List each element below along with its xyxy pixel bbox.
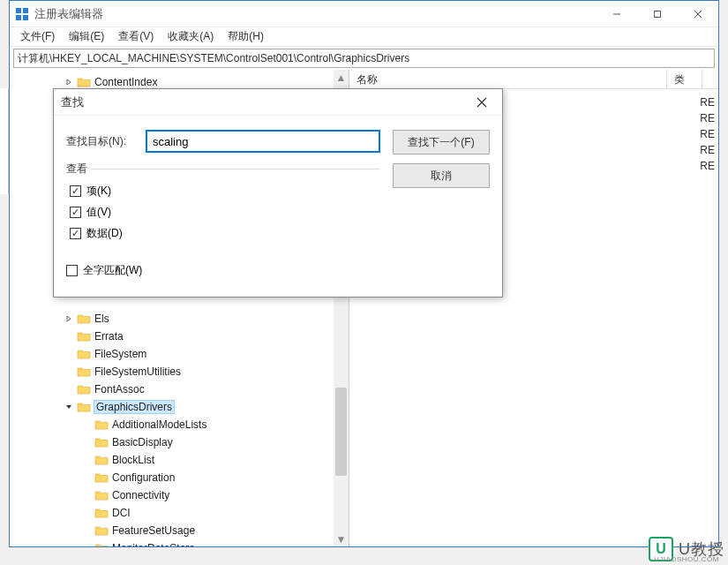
look-at-group: 项(K) 值(V) 数据(D) [66, 169, 380, 249]
tree-item[interactable]: BasicDisplay [10, 433, 349, 451]
checkbox-wholeword[interactable] [66, 265, 78, 276]
chevron-right-icon[interactable] [63, 313, 75, 325]
tree-spacer [80, 418, 93, 431]
col-type[interactable]: 类 [667, 70, 702, 88]
svg-rect-3 [23, 15, 28, 20]
tree-item[interactable]: Connectivity [10, 486, 349, 504]
watermark-sub: UJIAOSHOU.COM [654, 555, 719, 563]
checkbox-data-row[interactable]: 数据(D) [70, 222, 377, 244]
type-cell-partial: RE [700, 96, 715, 112]
tree-label: AdditionalModeLists [112, 418, 206, 431]
find-next-button[interactable]: 查找下一个(F) [393, 130, 490, 154]
column-header: 名称 类 [349, 70, 718, 89]
checkbox-keys-row[interactable]: 项(K) [70, 180, 377, 201]
checkbox-keys[interactable] [70, 185, 81, 197]
tree-spacer [63, 330, 75, 343]
tree-item[interactable]: AdditionalModeLists [10, 416, 349, 433]
svg-rect-2 [16, 15, 21, 20]
tree-label: MonitorDataStore [112, 542, 195, 546]
menu-help[interactable]: 帮助(H) [222, 27, 269, 46]
tree-spacer [80, 542, 93, 546]
type-cell-partial: RE [700, 144, 715, 160]
menu-view[interactable]: 查看(V) [113, 27, 159, 46]
type-cell-partial: RE [700, 160, 715, 176]
folder-icon [94, 524, 109, 537]
find-target-input[interactable] [146, 130, 380, 153]
menubar: 文件(F) 编辑(E) 查看(V) 收藏夹(A) 帮助(H) [10, 27, 718, 47]
address-bar[interactable]: 计算机\HKEY_LOCAL_MACHINE\SYSTEM\ControlSet… [13, 49, 715, 68]
tree-label: FeatureSetUsage [112, 524, 195, 537]
folder-icon [94, 418, 109, 431]
scroll-thumb[interactable] [335, 388, 347, 476]
tree-spacer [80, 471, 93, 484]
folder-icon [94, 542, 109, 546]
folder-icon [77, 76, 91, 88]
folder-icon [77, 348, 91, 360]
dialog-close-button[interactable] [469, 89, 495, 116]
app-icon [15, 7, 29, 21]
menu-edit[interactable]: 编辑(E) [64, 27, 109, 46]
minimize-button[interactable] [597, 1, 637, 27]
tree-spacer [80, 436, 93, 448]
svg-rect-0 [16, 8, 21, 13]
col-name[interactable]: 名称 [349, 70, 667, 88]
close-button[interactable] [678, 1, 718, 27]
tree-spacer [80, 507, 93, 519]
dialog-titlebar[interactable]: 查找 [54, 89, 502, 116]
find-target-label: 查找目标(N): [66, 134, 137, 149]
chevron-right-icon[interactable] [63, 76, 75, 88]
tree-item[interactable]: FontAssoc [10, 380, 349, 398]
checkbox-wholeword-row[interactable]: 全字匹配(W) [66, 260, 380, 281]
folder-icon [94, 489, 109, 501]
tree-label: BasicDisplay [112, 436, 173, 448]
tree-label: ContentIndex [94, 76, 157, 88]
checkbox-values-label: 值(V) [86, 205, 111, 220]
chevron-down-icon[interactable] [63, 401, 75, 413]
cancel-button[interactable]: 取消 [393, 163, 490, 188]
tree-item[interactable]: FileSystem [10, 345, 349, 363]
checkbox-values[interactable] [70, 207, 81, 218]
tree-item[interactable]: DCI [10, 504, 349, 522]
tree-label: BlockList [112, 454, 154, 466]
folder-icon [94, 507, 109, 519]
tree-spacer [80, 489, 93, 501]
checkbox-data-label: 数据(D) [86, 226, 123, 241]
type-column-partial: RERERERERE [700, 96, 715, 176]
tree-item[interactable]: FileSystemUtilities [10, 363, 349, 380]
type-cell-partial: RE [700, 128, 715, 144]
scroll-down-arrow[interactable]: ▼ [334, 531, 349, 546]
tree-item[interactable]: FeatureSetUsage [10, 522, 349, 539]
tree-label: Connectivity [112, 489, 169, 501]
tree-label: DCI [112, 507, 131, 519]
window-title: 注册表编辑器 [34, 6, 103, 22]
folder-icon [94, 436, 109, 448]
checkbox-values-row[interactable]: 值(V) [70, 201, 377, 222]
checkbox-wholeword-label: 全字匹配(W) [83, 263, 142, 278]
tree-item[interactable]: Errata [10, 328, 349, 345]
find-dialog: 查找 查找目标(N): 项(K) 值(V) 数据(D [53, 88, 503, 298]
checkbox-data[interactable] [70, 228, 81, 239]
tree-item[interactable]: BlockList [10, 451, 349, 469]
folder-icon [77, 313, 91, 325]
tree-label: Els [94, 313, 109, 325]
tree-spacer [63, 383, 75, 396]
menu-file[interactable]: 文件(F) [15, 27, 60, 46]
folder-icon [77, 365, 91, 378]
tree-spacer [80, 454, 93, 466]
tree-item[interactable]: GraphicsDrivers [10, 398, 349, 416]
checkbox-keys-label: 项(K) [86, 184, 111, 199]
folder-icon [77, 383, 91, 396]
tree-label: GraphicsDrivers [94, 401, 174, 413]
tree-item[interactable]: MonitorDataStore [10, 539, 349, 546]
maximize-button[interactable] [637, 1, 678, 27]
scroll-up-arrow[interactable]: ▲ [334, 70, 349, 85]
address-text: 计算机\HKEY_LOCAL_MACHINE\SYSTEM\ControlSet… [18, 51, 409, 66]
menu-favorites[interactable]: 收藏夹(A) [162, 27, 219, 46]
tree-item[interactable]: Configuration [10, 469, 349, 486]
titlebar: 注册表编辑器 [10, 1, 718, 27]
tree-spacer [63, 365, 75, 378]
folder-icon [77, 401, 91, 413]
watermark: U U教授 UJIAOSHOU.COM [649, 537, 724, 561]
dialog-title: 查找 [61, 94, 84, 110]
tree-item[interactable]: Els [10, 310, 349, 328]
